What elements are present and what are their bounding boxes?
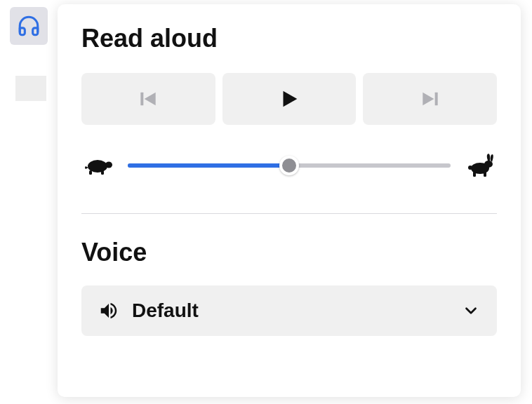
- svg-rect-7: [89, 170, 92, 175]
- play-button[interactable]: [222, 73, 357, 125]
- skip-back-icon: [137, 88, 159, 110]
- svg-rect-0: [141, 93, 144, 106]
- svg-rect-11: [473, 171, 476, 177]
- svg-point-13: [468, 166, 472, 170]
- read-aloud-toolbar-button[interactable]: [10, 7, 48, 45]
- slider-fill: [128, 163, 289, 168]
- playback-controls: [81, 73, 497, 125]
- svg-marker-1: [145, 93, 156, 106]
- toolbar-placeholder: [15, 76, 46, 101]
- play-icon: [277, 87, 301, 111]
- svg-marker-2: [284, 91, 298, 107]
- svg-point-6: [105, 162, 112, 168]
- next-button[interactable]: [363, 73, 497, 125]
- voice-select[interactable]: Default: [81, 285, 497, 336]
- headphones-icon: [17, 14, 41, 38]
- chevron-down-icon: [462, 302, 480, 320]
- svg-rect-4: [434, 93, 437, 106]
- previous-button[interactable]: [81, 73, 215, 125]
- speaker-icon: [98, 300, 119, 321]
- speed-slider-row: [81, 153, 497, 178]
- skip-forward-icon: [419, 88, 441, 110]
- svg-rect-12: [484, 171, 486, 177]
- svg-rect-8: [101, 170, 104, 175]
- turtle-icon: [84, 155, 114, 176]
- voice-section-title: Voice: [81, 238, 497, 267]
- read-aloud-panel: Read aloud: [58, 4, 521, 397]
- voice-selected-label: Default: [132, 299, 449, 322]
- rabbit-icon: [465, 153, 494, 178]
- svg-point-10: [484, 161, 493, 168]
- panel-title: Read aloud: [81, 24, 497, 53]
- divider: [81, 213, 497, 214]
- slider-thumb[interactable]: [279, 156, 299, 175]
- svg-marker-3: [423, 93, 434, 106]
- speed-slider[interactable]: [128, 155, 451, 176]
